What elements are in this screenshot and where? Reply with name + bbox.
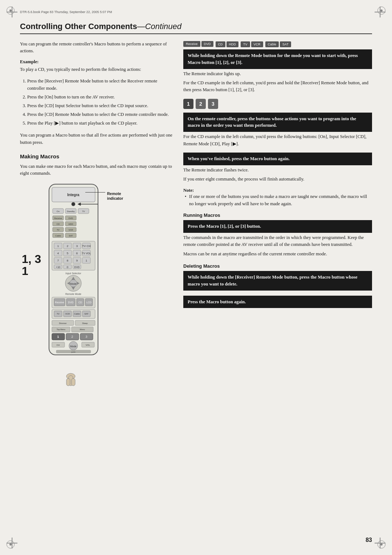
svg-text:On: On: [57, 210, 60, 212]
step2-block: On the remote controller, press the butt…: [183, 113, 372, 147]
vcr-btn: VCR: [251, 41, 263, 47]
left-column: You can program the remote controller's …: [20, 41, 172, 392]
list-item: Press the [CD] Remote Mode button to sel…: [27, 111, 172, 118]
svg-text:1: 1: [86, 259, 87, 262]
making-macros-heading: Making Macros: [20, 153, 172, 159]
step1-header: While holding down the Remote Mode butto…: [183, 49, 372, 69]
svg-text:2: 2: [67, 244, 69, 248]
svg-text:DVD: DVD: [69, 217, 73, 219]
svg-text:7: 7: [57, 259, 59, 262]
step3-header: When you've finished, press the Macro bu…: [183, 153, 372, 165]
svg-text:Sleep: Sleep: [82, 322, 88, 324]
svg-text:DVD: DVD: [74, 266, 80, 268]
svg-text:5: 5: [67, 252, 69, 255]
deleting-step1-header: While holding down the [Receiver] Remote…: [183, 271, 372, 291]
svg-text:TV CH: TV CH: [82, 244, 91, 248]
svg-text:Cable: Cable: [55, 235, 61, 237]
svg-text:+10: +10: [56, 266, 60, 268]
bottom-note: You can program a Macro button so that a…: [20, 132, 172, 146]
svg-text:Cable: Cable: [74, 313, 80, 315]
svg-text:TV: TV: [57, 313, 60, 315]
corner-mark-br: [375, 538, 385, 548]
list-item: Press the [On] button to turn on the AV …: [27, 93, 172, 101]
corner-mark-tr: [375, 7, 385, 17]
receive-btn: Receive: [183, 41, 200, 47]
intro-text: You can program the remote controller's …: [20, 41, 172, 55]
remote-svg: Integra On Standby TV: [42, 182, 105, 364]
hdd-btn: HDD: [226, 41, 239, 47]
step2-header: On the remote controller, press the butt…: [183, 113, 372, 132]
deleting-step2-header: Press the Macro button again.: [183, 296, 372, 308]
example-text: To play a CD, you typically need to perf…: [20, 66, 172, 73]
note-label: Note:: [183, 188, 372, 193]
svg-text:3: 3: [85, 335, 87, 339]
macro-numbers: 1, 31: [22, 253, 41, 278]
running-macros-heading: Running Macros: [183, 212, 372, 218]
svg-text:VCR: VCR: [65, 313, 70, 315]
deleting-macros-heading: Deleting Macros: [183, 263, 372, 269]
page-title: Controlling Other Components—Continued: [20, 22, 372, 34]
remote-illustration-area: 1, 31 Integra: [42, 182, 172, 392]
step1-body1: The Remote indicator lights up.: [183, 70, 372, 77]
remote-indicator-label: Remote indicator: [107, 191, 136, 201]
sat-btn: SAT: [280, 41, 291, 47]
svg-text:Receive: Receive: [55, 301, 64, 304]
file-info: DTR-5.6.book Page 83 Thursday, September…: [20, 10, 112, 14]
svg-text:Dimmer: Dimmer: [59, 322, 67, 324]
svg-text:Standby: Standby: [67, 210, 75, 212]
two-column-layout: You can program the remote controller's …: [20, 41, 372, 392]
svg-text:6: 6: [76, 252, 78, 255]
corner-mark-tl: [7, 7, 17, 17]
svg-text:2: 2: [71, 335, 73, 339]
list-item: Press the [CD] Input Selector button to …: [27, 102, 172, 109]
svg-text:CD: CD: [57, 223, 60, 225]
svg-text:Mode: Mode: [70, 345, 77, 348]
svg-text:DVD: DVD: [68, 301, 74, 304]
svg-text:1: 1: [57, 244, 59, 248]
step3-block: When you've finished, press the Macro bu…: [183, 153, 372, 183]
svg-text:TV: TV: [57, 229, 60, 231]
svg-text:Integra: Integra: [67, 193, 79, 197]
svg-rect-109: [66, 378, 70, 386]
list-item: Press the Play [▶] button to start playb…: [27, 119, 172, 127]
note-section: Note: If one or more of the buttons you …: [183, 188, 372, 207]
svg-text:VOL: VOL: [86, 344, 90, 346]
svg-text:TV VOL: TV VOL: [82, 252, 91, 255]
svg-text:9: 9: [76, 259, 78, 262]
corner-mark-bl: [7, 538, 17, 548]
mode-buttons-illustration: Receive DVD CD HDD TV VCR Cable SAT: [183, 41, 372, 47]
steps-list: Press the [Receiver] Remote Mode button …: [20, 77, 172, 127]
svg-text:HDD: HDD: [69, 223, 74, 225]
svg-text:3: 3: [76, 244, 78, 248]
svg-text:0: 0: [67, 266, 69, 269]
svg-text:LCD: LCD: [86, 301, 91, 304]
svg-text:Top Menu: Top Menu: [57, 328, 65, 331]
macro-1-btn: 1: [183, 99, 193, 109]
svg-text:guide: guide: [71, 351, 75, 353]
example-label: Example:: [20, 59, 172, 65]
macro-3-btn: 3: [208, 99, 218, 109]
svg-text:Remote Mode: Remote Mode: [65, 293, 81, 295]
svg-text:VCR: VCR: [69, 229, 73, 231]
running-step1-body1: The commands in the macro are transmitte…: [183, 234, 372, 248]
right-column: Receive DVD CD HDD TV VCR Cable SAT Whil…: [183, 41, 372, 392]
svg-text:Menu: Menu: [80, 328, 85, 331]
step1-block: Receive DVD CD HDD TV VCR Cable SAT Whil…: [183, 41, 372, 94]
dvd-btn: DVD: [201, 41, 213, 47]
page: DTR-5.6.book Page 83 Thursday, September…: [0, 0, 392, 555]
running-step1-body2: Macros can be run at anytime regardless …: [183, 251, 372, 258]
macro-2-btn: 2: [196, 99, 206, 109]
step3-body1: The Remote indicator flashes twice.: [183, 167, 372, 174]
svg-text:1: 1: [57, 335, 59, 339]
macro-buttons-illustration: 1 2 3: [183, 99, 372, 109]
svg-point-3: [72, 202, 75, 206]
svg-text:SAT: SAT: [84, 313, 89, 315]
svg-text:TV: TV: [82, 210, 85, 212]
running-step1-block: Press the Macro [1], [2], or [3] button.…: [183, 220, 372, 258]
hand-pointing-icon: [60, 369, 172, 392]
svg-text:SAT: SAT: [69, 235, 73, 237]
deleting-step1-block: While holding down the [Receiver] Remote…: [183, 271, 372, 291]
svg-text:Input Selector: Input Selector: [65, 272, 81, 275]
svg-text:4: 4: [57, 252, 59, 255]
step2-body: For the CD example in the left column, y…: [183, 133, 372, 147]
